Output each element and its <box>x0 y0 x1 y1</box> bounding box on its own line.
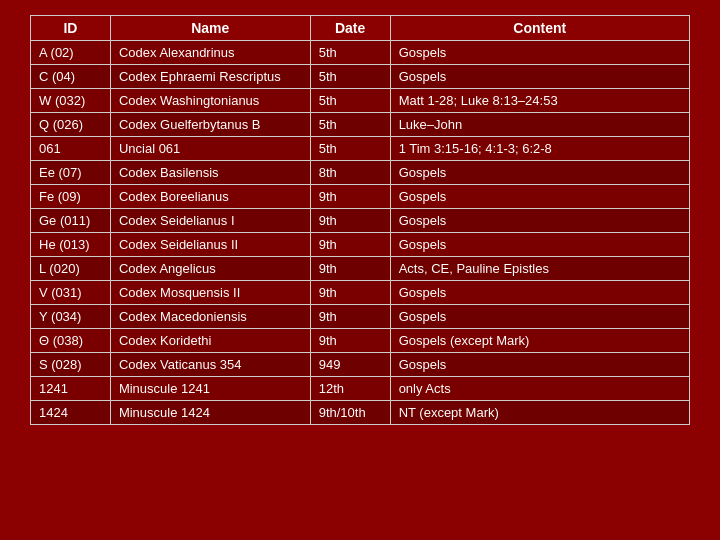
cell-name: Codex Alexandrinus <box>110 41 310 65</box>
header-content: Content <box>390 16 689 41</box>
cell-date: 9th <box>310 185 390 209</box>
cell-content: only Acts <box>390 377 689 401</box>
table-row: V (031)Codex Mosquensis II9thGospels <box>31 281 690 305</box>
table-row: A (02)Codex Alexandrinus5thGospels <box>31 41 690 65</box>
cell-date: 9th <box>310 329 390 353</box>
manuscripts-table: ID Name Date Content A (02)Codex Alexand… <box>30 15 690 425</box>
cell-date: 8th <box>310 161 390 185</box>
cell-id: L (020) <box>31 257 111 281</box>
cell-name: Codex Ephraemi Rescriptus <box>110 65 310 89</box>
cell-name: Codex Koridethi <box>110 329 310 353</box>
cell-content: Gospels (except Mark) <box>390 329 689 353</box>
cell-date: 9th <box>310 305 390 329</box>
cell-date: 5th <box>310 89 390 113</box>
table-row: S (028)Codex Vaticanus 354949Gospels <box>31 353 690 377</box>
table-row: Fe (09)Codex Boreelianus9thGospels <box>31 185 690 209</box>
cell-name: Codex Washingtonianus <box>110 89 310 113</box>
cell-name: Codex Vaticanus 354 <box>110 353 310 377</box>
cell-name: Codex Angelicus <box>110 257 310 281</box>
cell-id: 1241 <box>31 377 111 401</box>
cell-name: Minuscule 1241 <box>110 377 310 401</box>
table-row: Ge (011)Codex Seidelianus I9thGospels <box>31 209 690 233</box>
cell-name: Minuscule 1424 <box>110 401 310 425</box>
table-row: 1424Minuscule 14249th/10thNT (except Mar… <box>31 401 690 425</box>
cell-date: 949 <box>310 353 390 377</box>
cell-content: Gospels <box>390 161 689 185</box>
cell-name: Uncial 061 <box>110 137 310 161</box>
cell-id: S (028) <box>31 353 111 377</box>
cell-id: W (032) <box>31 89 111 113</box>
cell-content: Gospels <box>390 209 689 233</box>
cell-date: 9th <box>310 233 390 257</box>
cell-id: 1424 <box>31 401 111 425</box>
cell-content: Matt 1-28; Luke 8:13–24:53 <box>390 89 689 113</box>
table-row: 1241Minuscule 124112thonly Acts <box>31 377 690 401</box>
cell-content: Gospels <box>390 353 689 377</box>
cell-date: 5th <box>310 65 390 89</box>
cell-date: 5th <box>310 137 390 161</box>
table-row: He (013)Codex Seidelianus II9thGospels <box>31 233 690 257</box>
header-date: Date <box>310 16 390 41</box>
table-row: Q (026)Codex Guelferbytanus B5thLuke–Joh… <box>31 113 690 137</box>
cell-name: Codex Seidelianus I <box>110 209 310 233</box>
cell-date: 9th/10th <box>310 401 390 425</box>
cell-id: 061 <box>31 137 111 161</box>
header-name: Name <box>110 16 310 41</box>
main-container: ID Name Date Content A (02)Codex Alexand… <box>30 15 690 425</box>
cell-content: Gospels <box>390 185 689 209</box>
cell-content: Gospels <box>390 233 689 257</box>
cell-content: Gospels <box>390 281 689 305</box>
cell-content: Gospels <box>390 65 689 89</box>
cell-date: 5th <box>310 113 390 137</box>
table-row: C (04)Codex Ephraemi Rescriptus5thGospel… <box>31 65 690 89</box>
cell-name: Codex Seidelianus II <box>110 233 310 257</box>
cell-date: 5th <box>310 41 390 65</box>
cell-content: Acts, CE, Pauline Epistles <box>390 257 689 281</box>
table-row: Y (034)Codex Macedoniensis9thGospels <box>31 305 690 329</box>
cell-date: 9th <box>310 209 390 233</box>
cell-id: Ge (011) <box>31 209 111 233</box>
cell-id: He (013) <box>31 233 111 257</box>
cell-content: 1 Tim 3:15-16; 4:1-3; 6:2-8 <box>390 137 689 161</box>
cell-content: Gospels <box>390 41 689 65</box>
table-row: 061Uncial 0615th1 Tim 3:15-16; 4:1-3; 6:… <box>31 137 690 161</box>
cell-content: Luke–John <box>390 113 689 137</box>
cell-id: Θ (038) <box>31 329 111 353</box>
cell-id: Fe (09) <box>31 185 111 209</box>
cell-name: Codex Mosquensis II <box>110 281 310 305</box>
table-row: W (032)Codex Washingtonianus5thMatt 1-28… <box>31 89 690 113</box>
cell-date: 9th <box>310 257 390 281</box>
cell-date: 9th <box>310 281 390 305</box>
table-header-row: ID Name Date Content <box>31 16 690 41</box>
cell-name: Codex Boreelianus <box>110 185 310 209</box>
cell-name: Codex Basilensis <box>110 161 310 185</box>
table-row: L (020)Codex Angelicus9thActs, CE, Pauli… <box>31 257 690 281</box>
cell-content: NT (except Mark) <box>390 401 689 425</box>
cell-id: V (031) <box>31 281 111 305</box>
cell-content: Gospels <box>390 305 689 329</box>
cell-name: Codex Guelferbytanus B <box>110 113 310 137</box>
cell-id: Ee (07) <box>31 161 111 185</box>
cell-id: Y (034) <box>31 305 111 329</box>
table-row: Ee (07)Codex Basilensis8thGospels <box>31 161 690 185</box>
table-row: Θ (038)Codex Koridethi9thGospels (except… <box>31 329 690 353</box>
cell-id: Q (026) <box>31 113 111 137</box>
cell-id: C (04) <box>31 65 111 89</box>
header-id: ID <box>31 16 111 41</box>
cell-id: A (02) <box>31 41 111 65</box>
cell-date: 12th <box>310 377 390 401</box>
cell-name: Codex Macedoniensis <box>110 305 310 329</box>
